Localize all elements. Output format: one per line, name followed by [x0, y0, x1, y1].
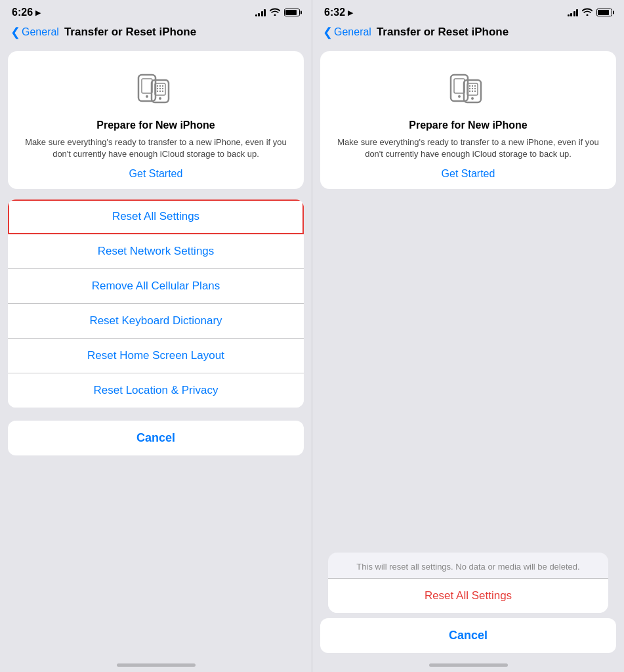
wifi-icon-left	[270, 7, 280, 18]
reset-all-settings-label: Reset All Settings	[112, 210, 199, 223]
prepare-card-desc-right: Make sure everything's ready to transfer…	[332, 136, 604, 160]
battery-icon-right	[596, 9, 612, 16]
svg-point-11	[156, 91, 157, 92]
reset-location-privacy-item[interactable]: Reset Location & Privacy	[8, 373, 304, 408]
back-label-left: General	[22, 26, 59, 38]
back-label-right: General	[334, 26, 371, 38]
prepare-card-title-left: Prepare for New iPhone	[96, 119, 215, 131]
svg-point-17	[458, 95, 461, 98]
svg-point-8	[156, 88, 157, 89]
status-icons-left	[255, 7, 301, 18]
svg-point-23	[468, 88, 470, 89]
svg-point-2	[146, 95, 148, 98]
confirm-reset-button[interactable]: Reset All Settings	[328, 579, 608, 613]
reset-location-privacy-label: Reset Location & Privacy	[94, 384, 218, 397]
signal-icon-right	[568, 9, 579, 16]
svg-point-12	[159, 91, 160, 92]
reset-home-screen-item[interactable]: Reset Home Screen Layout	[8, 339, 304, 373]
get-started-link-right[interactable]: Get Started	[442, 168, 495, 180]
svg-point-20	[468, 85, 470, 87]
svg-point-10	[161, 88, 163, 89]
status-bar-right: 6:32 ▶	[312, 0, 624, 21]
home-indicator-right	[429, 663, 508, 667]
cancel-button-right[interactable]: Cancel	[320, 618, 616, 653]
svg-point-28	[474, 91, 475, 92]
cancel-button-left[interactable]: Cancel	[8, 421, 304, 455]
cancel-button-wrap-right: Cancel	[320, 618, 616, 653]
svg-point-13	[161, 91, 163, 92]
reset-all-settings-item[interactable]: Reset All Settings	[8, 200, 304, 234]
reset-network-settings-label: Reset Network Settings	[98, 245, 215, 258]
page-title-right: Transfer or Reset iPhone	[377, 26, 509, 39]
svg-rect-16	[454, 79, 465, 93]
svg-rect-1	[142, 79, 152, 93]
back-chevron-right: ❮	[323, 25, 333, 39]
status-time-left: 6:26 ▶	[12, 7, 41, 18]
svg-point-6	[159, 85, 160, 87]
reset-keyboard-dictionary-label: Reset Keyboard Dictionary	[89, 314, 222, 327]
confirm-sheet: This will reset all settings. No data or…	[328, 553, 608, 613]
svg-point-22	[474, 85, 475, 87]
back-button-left[interactable]: ❮ General	[10, 25, 59, 39]
back-button-right[interactable]: ❮ General	[323, 25, 371, 39]
home-indicator-left	[117, 663, 196, 667]
nav-bar-left: ❮ General Transfer or Reset iPhone	[0, 21, 312, 46]
right-panel: 6:32 ▶ ❮ Gener	[312, 0, 624, 672]
svg-point-21	[471, 85, 472, 87]
wifi-icon-right	[582, 7, 593, 18]
page-title-left: Transfer or Reset iPhone	[64, 26, 196, 39]
transfer-icon-left	[133, 66, 179, 112]
right-spacer	[320, 200, 616, 553]
location-icon-left: ▶	[35, 9, 41, 17]
transfer-icon-right	[446, 66, 491, 112]
status-icons-right	[568, 7, 613, 18]
reset-list-left: Reset All Settings Reset Network Setting…	[8, 200, 304, 408]
svg-point-29	[471, 97, 474, 100]
prepare-card-title-right: Prepare for New iPhone	[409, 119, 528, 131]
prepare-card-desc-left: Make sure everything's ready to transfer…	[20, 136, 292, 160]
content-right: Prepare for New iPhone Make sure everyth…	[312, 46, 624, 661]
svg-point-5	[156, 85, 157, 87]
svg-point-25	[474, 88, 475, 89]
location-icon-right: ▶	[348, 9, 353, 17]
svg-point-24	[471, 88, 472, 89]
remove-cellular-plans-item[interactable]: Remove All Cellular Plans	[8, 269, 304, 304]
svg-point-14	[159, 97, 161, 100]
content-left: Prepare for New iPhone Make sure everyth…	[0, 46, 312, 661]
signal-icon-left	[255, 9, 266, 16]
get-started-link-left[interactable]: Get Started	[129, 168, 183, 180]
cancel-button-wrap-left: Cancel	[8, 421, 304, 455]
svg-point-7	[161, 85, 163, 87]
confirm-sheet-description: This will reset all settings. No data or…	[328, 553, 608, 579]
nav-bar-right: ❮ General Transfer or Reset iPhone	[312, 21, 624, 46]
left-panel: 6:26 ▶ ❮ Gener	[0, 0, 312, 672]
prepare-card-left: Prepare for New iPhone Make sure everyth…	[8, 51, 304, 189]
reset-keyboard-dictionary-item[interactable]: Reset Keyboard Dictionary	[8, 304, 304, 339]
remove-cellular-plans-label: Remove All Cellular Plans	[92, 280, 220, 293]
prepare-card-right: Prepare for New iPhone Make sure everyth…	[320, 51, 616, 189]
status-bar-left: 6:26 ▶	[0, 0, 312, 21]
svg-point-27	[471, 91, 472, 92]
reset-network-settings-item[interactable]: Reset Network Settings	[8, 234, 304, 269]
back-chevron-left: ❮	[10, 25, 20, 39]
reset-home-screen-label: Reset Home Screen Layout	[87, 349, 224, 362]
battery-icon-left	[284, 9, 300, 16]
svg-point-9	[159, 88, 160, 89]
status-time-right: 6:32 ▶	[324, 7, 353, 18]
svg-point-26	[468, 91, 470, 92]
